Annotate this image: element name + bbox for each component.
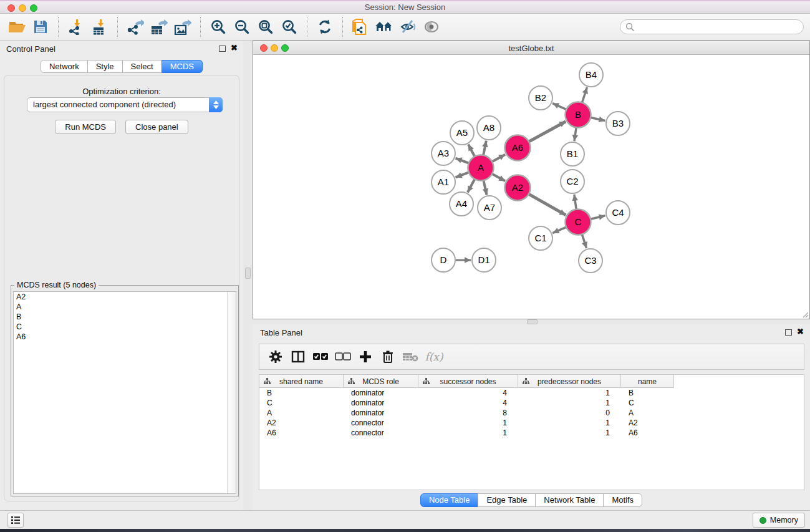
tab-network[interactable]: Network xyxy=(41,60,88,73)
cell-name[interactable]: A xyxy=(621,408,674,418)
search-input[interactable] xyxy=(635,21,803,32)
close-panel-icon[interactable]: ✖ xyxy=(231,43,238,52)
column-header-predecessor-nodes[interactable]: predecessor nodes xyxy=(518,375,621,388)
tab-edge-table[interactable]: Edge Table xyxy=(478,493,536,507)
delete-table-button[interactable] xyxy=(399,346,422,368)
graph-node-A8[interactable]: A8 xyxy=(477,116,501,140)
close-panel-button[interactable]: Close panel xyxy=(125,120,188,134)
edge-C-C1[interactable] xyxy=(552,226,567,233)
graph-node-A2[interactable]: A2 xyxy=(505,175,531,201)
zoom-selected-button[interactable] xyxy=(277,15,301,39)
graph-node-B2[interactable]: B2 xyxy=(529,86,552,110)
mcds-result-item[interactable]: A xyxy=(14,302,236,312)
refresh-view-button[interactable] xyxy=(313,15,337,39)
mcds-result-item[interactable]: A2 xyxy=(14,292,236,302)
network-overview-button[interactable] xyxy=(372,15,396,39)
cell-predecessor-nodes[interactable]: 1 xyxy=(518,418,621,428)
graph-node-D[interactable]: D xyxy=(432,248,455,272)
graph-node-D1[interactable]: D1 xyxy=(472,248,496,272)
float-panel-icon[interactable] xyxy=(219,46,226,52)
resize-grip-icon[interactable] xyxy=(801,311,809,318)
zoom-fit-button[interactable] xyxy=(254,15,277,39)
tab-network-table[interactable]: Network Table xyxy=(535,493,604,507)
graph-node-A4[interactable]: A4 xyxy=(450,192,473,216)
cell-shared-name[interactable]: A6 xyxy=(259,428,344,438)
graph-node-B3[interactable]: B3 xyxy=(606,112,630,135)
table-settings-button[interactable] xyxy=(264,346,287,368)
tab-style[interactable]: Style xyxy=(87,60,123,73)
mcds-result-list[interactable]: A2ABCA6 xyxy=(13,291,236,494)
task-history-button[interactable] xyxy=(7,513,24,528)
cell-successor-nodes[interactable]: 1 xyxy=(418,418,518,428)
vertical-splitter-handle[interactable] xyxy=(245,268,251,279)
cell-shared-name[interactable]: A xyxy=(259,408,344,418)
graph-node-B1[interactable]: B1 xyxy=(561,142,584,166)
save-session-button[interactable] xyxy=(29,15,52,39)
scrollbar[interactable] xyxy=(227,292,236,493)
graph-node-C1[interactable]: C1 xyxy=(529,226,552,250)
column-header-shared-name[interactable]: shared name xyxy=(259,375,344,388)
cell-successor-nodes[interactable]: 8 xyxy=(418,408,518,418)
edge-B-B1[interactable] xyxy=(574,126,576,141)
graph-node-C4[interactable]: C4 xyxy=(606,201,630,225)
column-header-name[interactable]: name xyxy=(621,375,674,388)
horizontal-splitter-handle[interactable] xyxy=(527,319,538,324)
tab-node-table[interactable]: Node Table xyxy=(420,493,479,507)
cell-predecessor-nodes[interactable]: 0 xyxy=(518,408,621,418)
network-canvas[interactable]: B4B2BB3A8A5A6A3B1AC2A1A2A4A7C4CC1C3DD1 xyxy=(253,55,809,319)
edge-A2-C[interactable] xyxy=(528,193,566,215)
cell-shared-name[interactable]: C xyxy=(259,398,344,408)
cell-mcds-role[interactable]: dominator xyxy=(344,398,418,408)
graph-node-B[interactable]: B xyxy=(566,102,591,128)
memory-button[interactable]: Memory xyxy=(753,513,805,528)
mcds-result-item[interactable]: A6 xyxy=(14,332,236,342)
table-row[interactable]: A2connector11A2 xyxy=(259,418,804,428)
cell-successor-nodes[interactable]: 4 xyxy=(418,388,518,398)
column-header-mcds-role[interactable]: MCDS role xyxy=(344,375,418,388)
show-graphics-details-button[interactable] xyxy=(420,15,443,39)
zoom-in-button[interactable] xyxy=(206,15,230,39)
criterion-dropdown[interactable]: largest connected component (directed) xyxy=(27,97,223,112)
graph-node-C3[interactable]: C3 xyxy=(579,249,602,273)
cell-mcds-role[interactable]: dominator xyxy=(344,388,418,398)
graph-node-A6[interactable]: A6 xyxy=(505,135,531,161)
import-network-button[interactable] xyxy=(64,15,88,39)
cell-name[interactable]: A2 xyxy=(621,418,674,428)
cell-successor-nodes[interactable]: 1 xyxy=(418,428,518,438)
cell-shared-name[interactable]: A2 xyxy=(259,418,344,428)
tab-mcds[interactable]: MCDS xyxy=(162,60,203,73)
cell-name[interactable]: C xyxy=(621,398,674,408)
table-row[interactable]: Adominator80A xyxy=(259,408,804,418)
table-row[interactable]: A6connector11A6 xyxy=(259,428,804,438)
graph-node-C[interactable]: C xyxy=(566,210,591,235)
table-row[interactable]: Bdominator41B xyxy=(259,388,804,398)
edge-A-A4[interactable] xyxy=(468,178,475,192)
cell-predecessor-nodes[interactable]: 1 xyxy=(518,388,621,398)
export-table-button[interactable] xyxy=(147,15,171,39)
function-builder-button[interactable]: f(x) xyxy=(422,346,444,368)
edge-B-B2[interactable] xyxy=(552,104,567,110)
edge-A-A1[interactable] xyxy=(456,172,470,178)
edge-A-A2[interactable] xyxy=(491,173,505,181)
edge-B-B4[interactable] xyxy=(582,87,587,104)
cell-predecessor-nodes[interactable]: 1 xyxy=(518,428,621,438)
graph-node-A1[interactable]: A1 xyxy=(432,170,455,194)
unselect-all-columns-button[interactable] xyxy=(332,346,354,368)
edge-A-A6[interactable] xyxy=(491,155,505,162)
cell-mcds-role[interactable]: dominator xyxy=(344,408,418,418)
cell-predecessor-nodes[interactable]: 1 xyxy=(518,398,621,408)
cell-mcds-role[interactable]: connector xyxy=(344,418,418,428)
column-header-successor-nodes[interactable]: successor nodes xyxy=(418,375,518,388)
graph-node-A5[interactable]: A5 xyxy=(450,121,474,145)
graph-node-A[interactable]: A xyxy=(468,155,494,181)
cell-successor-nodes[interactable]: 4 xyxy=(418,398,518,408)
graph-node-A3[interactable]: A3 xyxy=(432,142,455,165)
mcds-result-item[interactable]: C xyxy=(14,322,236,332)
hide-graphics-details-button[interactable] xyxy=(396,15,420,39)
tab-select[interactable]: Select xyxy=(122,60,162,73)
mcds-result-item[interactable]: B xyxy=(14,312,236,322)
edge-C-C3[interactable] xyxy=(582,233,587,248)
zoom-out-button[interactable] xyxy=(230,15,254,39)
run-mcds-button[interactable]: Run MCDS xyxy=(55,120,116,134)
graph-node-A7[interactable]: A7 xyxy=(478,196,501,220)
